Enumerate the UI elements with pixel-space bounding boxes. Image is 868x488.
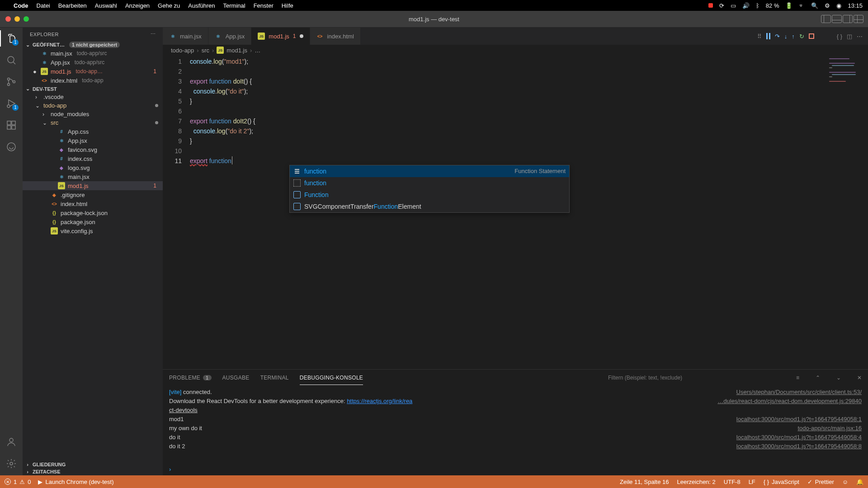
debug-stop-icon[interactable] (809, 33, 814, 39)
split-editor-icon[interactable]: ◫ (847, 33, 852, 40)
debug-console-output[interactable]: [vite] connected.Users/stephan/Documents… (163, 386, 868, 465)
folder-item[interactable]: ›node_modules (23, 110, 163, 118)
breadcrumb-item[interactable]: src (202, 47, 209, 54)
status-launch[interactable]: ▶ Launch Chrome (dev-test) (38, 479, 113, 485)
file-item[interactable]: ◆logo.svg (23, 163, 163, 172)
status-feedback-icon[interactable]: ☺ (842, 479, 848, 485)
file-item[interactable]: JSvite.config.js (23, 226, 163, 235)
file-item[interactable]: ◈.gitignore (23, 190, 163, 199)
display-icon[interactable]: ▭ (731, 2, 736, 9)
maximize-window-button[interactable] (24, 16, 29, 22)
panel-tab-problems[interactable]: PROBLEME1 (169, 371, 212, 385)
clock[interactable]: 13:15 (848, 2, 863, 9)
minimize-window-button[interactable] (14, 16, 20, 22)
menu-datei[interactable]: Datei (37, 2, 50, 9)
activity-explorer-icon[interactable]: 1 (5, 32, 18, 45)
debug-step-over-icon[interactable]: ↷ (775, 33, 780, 40)
activity-run-icon[interactable]: 1 (5, 97, 18, 110)
editor-more-icon[interactable]: ⋯ (857, 33, 863, 40)
toggle-secondary-sidebar-icon[interactable] (843, 15, 853, 23)
sound-icon[interactable]: 🔊 (742, 2, 750, 9)
activity-account-icon[interactable] (5, 436, 18, 448)
file-item[interactable]: #App.css (23, 127, 163, 136)
console-filter-input[interactable] (608, 375, 780, 381)
battery-percent[interactable]: 82 % (766, 2, 779, 9)
suggest-item[interactable]: function (290, 177, 569, 189)
source-link[interactable]: localhost:3000/src/mod1.js?t=16647954490… (736, 433, 862, 442)
debug-restart-icon[interactable]: ↻ (799, 33, 804, 40)
tab-indexhtml[interactable]: <>index.html (310, 28, 361, 45)
panel-collapse-icon[interactable]: ⌄ (836, 375, 841, 381)
intellisense-popup[interactable]: function Function Statement function Fun… (289, 165, 570, 213)
panel-tab-output[interactable]: AUSGABE (222, 371, 250, 385)
toggle-panel-icon[interactable] (832, 15, 842, 23)
source-link[interactable]: localhost:3000/src/mod1.js?t=16647954490… (736, 442, 862, 451)
breadcrumb-item[interactable]: … (255, 47, 260, 54)
open-editors-section[interactable]: ⌄ GEÖFFNET… 1 nicht gespeichert (23, 41, 163, 49)
folder-item[interactable]: ⌄todo-app (23, 101, 163, 110)
control-center-icon[interactable]: ⚙ (825, 2, 830, 9)
folder-item[interactable]: ›.vscode (23, 93, 163, 101)
folder-item[interactable]: ⌄src (23, 118, 163, 127)
breadcrumb-item[interactable]: todo-app (171, 47, 194, 54)
status-eol[interactable]: LF (749, 479, 755, 485)
file-item[interactable]: {}package-lock.json (23, 208, 163, 217)
suggest-item[interactable]: function Function Statement (290, 165, 569, 177)
menu-anzeigen[interactable]: Anzeigen (125, 2, 150, 9)
activity-extensions-icon[interactable] (5, 119, 18, 131)
menu-hilfe[interactable]: Hilfe (282, 2, 293, 9)
debug-step-out-icon[interactable]: ↑ (792, 33, 795, 40)
debug-pause-icon[interactable] (766, 33, 770, 39)
file-item[interactable]: JSmod1.js1 (23, 181, 163, 190)
status-indentation[interactable]: Leerzeichen: 2 (677, 479, 716, 485)
sidebar-more-icon[interactable]: ⋯ (151, 31, 156, 37)
debug-step-into-icon[interactable]: ↓ (784, 33, 788, 40)
siri-icon[interactable]: ◉ (836, 2, 841, 9)
panel-tab-terminal[interactable]: TERMINAL (260, 371, 289, 385)
status-encoding[interactable]: UTF-8 (724, 479, 741, 485)
tab-mod1js[interactable]: JSmod1.js1 (251, 28, 310, 45)
status-bell-icon[interactable]: 🔔 (856, 479, 863, 485)
open-editor-item[interactable]: ✕ <> index.html todo-app (23, 76, 163, 85)
breadcrumb-item[interactable]: mod1.js (226, 47, 247, 54)
suggest-item[interactable]: Function (290, 189, 569, 201)
menu-gehezu[interactable]: Gehe zu (158, 2, 180, 9)
drag-handle-icon[interactable]: ⠿ (757, 33, 762, 40)
tab-mainjsx[interactable]: ⚛main.jsx (163, 28, 208, 45)
toggle-primary-sidebar-icon[interactable] (821, 15, 831, 23)
braces-icon[interactable]: { } (837, 33, 842, 40)
battery-icon[interactable]: 🔋 (785, 2, 793, 9)
file-item[interactable]: {}package.json (23, 217, 163, 226)
activity-settings-icon[interactable] (5, 457, 18, 470)
status-language[interactable]: { } JavaScript (764, 479, 799, 485)
sync-icon[interactable]: ⟳ (719, 2, 724, 9)
file-item[interactable]: ⚛App.jsx (23, 136, 163, 145)
open-editor-item[interactable]: ✕ ⚛ main.jsx todo-app/src (23, 49, 163, 58)
tab-appjsx[interactable]: ⚛App.jsx (208, 28, 252, 45)
activity-scm-icon[interactable] (5, 75, 18, 88)
debug-console-input[interactable]: › (163, 465, 868, 475)
panel-expand-icon[interactable]: ⌃ (816, 375, 820, 381)
timeline-section[interactable]: ›ZEITACHSE (23, 468, 163, 475)
status-cursor-position[interactable]: Zeile 11, Spalte 16 (620, 479, 669, 485)
file-item[interactable]: #index.css (23, 154, 163, 163)
source-link[interactable]: todo-app/src/main.jsx:16 (797, 424, 862, 433)
menu-terminal[interactable]: Terminal (223, 2, 245, 9)
source-link[interactable]: Users/stephan/Documents/src/client/clien… (736, 388, 862, 397)
file-item[interactable]: <>index.html (23, 199, 163, 208)
wifi-icon[interactable]: ᯤ (799, 2, 805, 9)
close-window-button[interactable] (5, 16, 11, 22)
dirty-indicator-icon[interactable] (32, 68, 38, 75)
search-icon[interactable]: 🔍 (811, 2, 818, 9)
breadcrumbs[interactable]: todo-app› src› JS mod1.js› … (163, 45, 868, 56)
bluetooth-icon[interactable]: ᛒ (756, 2, 760, 9)
outline-section[interactable]: ›GLIEDERUNG (23, 461, 163, 468)
source-link[interactable]: localhost:3000/src/mod1.js?t=16647954490… (736, 415, 862, 424)
menu-ausfuehren[interactable]: Ausführen (188, 2, 215, 9)
menu-bearbeiten[interactable]: Bearbeiten (58, 2, 87, 9)
status-errors[interactable]: ✕1 ⚠0 (5, 479, 31, 485)
customize-layout-icon[interactable] (854, 15, 863, 23)
open-editor-item[interactable]: JS mod1.js todo-app… 1 (23, 67, 163, 76)
file-item[interactable]: ⚛main.jsx (23, 172, 163, 181)
suggest-item[interactable]: SVGComponentTransferFunctionElement (290, 201, 569, 212)
